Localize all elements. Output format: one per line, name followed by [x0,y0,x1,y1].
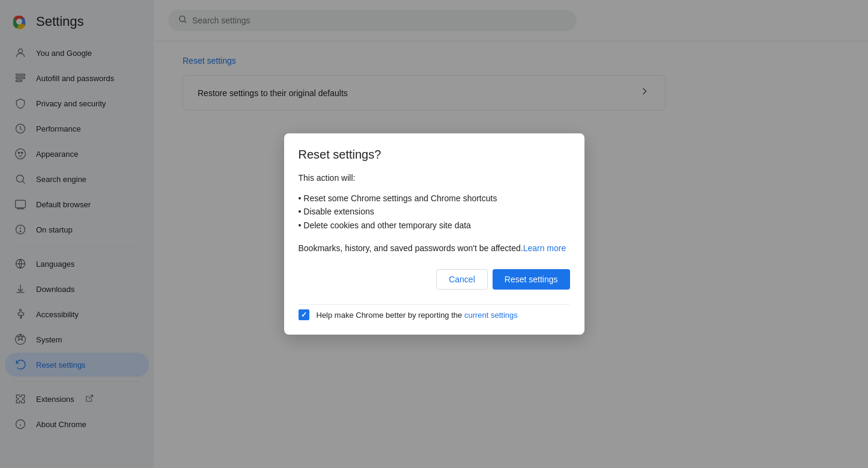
dialog-title: Reset settings? [299,148,570,162]
cancel-button[interactable]: Cancel [436,269,488,290]
dialog-body: This action will: Reset some Chrome sett… [299,171,570,255]
learn-more-link[interactable]: Learn more [523,243,566,253]
reset-settings-button[interactable]: Reset settings [493,269,570,290]
dialog-footer: ✓ Help make Chrome better by reporting t… [299,304,570,320]
reset-settings-dialog: Reset settings? This action will: Reset … [284,133,584,335]
dialog-bullet-3: Delete cookies and other temporary site … [299,219,570,232]
dialog-footer-text: Bookmarks, history, and saved passwords … [299,242,570,255]
dialog-bullet-1: Reset some Chrome settings and Chrome sh… [299,192,570,205]
report-checkbox[interactable]: ✓ [299,309,309,320]
dialog-bullet-2: Disable extensions [299,205,570,218]
checkbox-checkmark: ✓ [301,311,307,319]
modal-overlay: Reset settings? This action will: Reset … [0,0,868,468]
current-settings-link[interactable]: current settings [464,311,518,320]
dialog-action-will: This action will: [299,171,570,184]
dialog-actions: Cancel Reset settings [299,269,570,290]
dialog-bullets-list: Reset some Chrome settings and Chrome sh… [299,192,570,232]
checkbox-label: Help make Chrome better by reporting the… [317,311,518,320]
